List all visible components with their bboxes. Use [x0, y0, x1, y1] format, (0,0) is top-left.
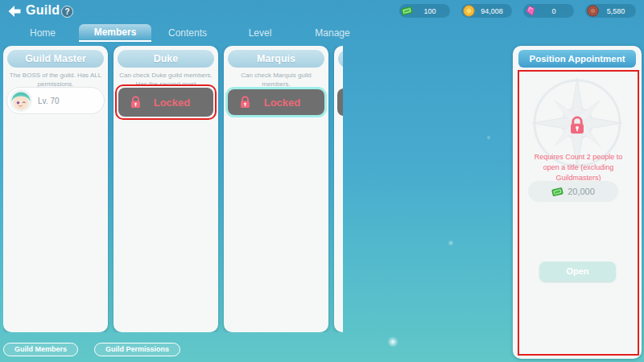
tab-contents[interactable]: Contents [151, 24, 224, 42]
currency-gold[interactable]: 94,008 [461, 4, 512, 18]
red-coin-icon [587, 5, 599, 17]
cost-pill: 20,000 [528, 181, 618, 202]
position-appointment-panel: Position Appointment [513, 46, 642, 359]
duke-locked-annotation: Locked [115, 84, 217, 120]
sparkle-decoration [486, 135, 491, 140]
back-arrow-icon[interactable] [7, 5, 22, 18]
card-next-partial [334, 46, 343, 332]
currency-cash[interactable]: 100 [399, 4, 450, 18]
card-duke: Duke Can check Duke guild members. Has t… [114, 46, 218, 332]
page-title: Guild [26, 3, 60, 18]
top-bar: Guild ? 100 94,008 0 5,580 [0, 0, 644, 23]
panel-annotation-box: Requires Count 2 people to open a title … [518, 70, 639, 356]
card-next-partial-locked-button[interactable] [337, 88, 343, 116]
currency-gem-value: 0 [539, 7, 569, 15]
currency-cash-value: 100 [415, 7, 445, 15]
marquis-locked-button[interactable]: Locked [228, 89, 324, 115]
guild-permissions-button[interactable]: Guild Permissions [94, 343, 180, 356]
currency-medal[interactable]: 5,580 [585, 4, 636, 18]
duke-locked-label: Locked [142, 97, 202, 109]
currency-medal-value: 5,580 [601, 7, 631, 15]
lock-icon [239, 96, 251, 109]
position-cards: Guild Master The BOSS of the guild. Has … [3, 46, 343, 332]
sparkle-decoration [448, 240, 454, 246]
guild-members-button[interactable]: Guild Members [3, 343, 78, 356]
footer-buttons: Guild Members Guild Permissions [3, 343, 180, 356]
guild-master-member-row[interactable]: Lv. 70 [6, 87, 105, 114]
money-bill-icon [551, 186, 564, 198]
card-marquis: Marquis Can check Marquis guild members.… [224, 46, 328, 332]
duke-locked-button[interactable]: Locked [118, 88, 213, 117]
card-next-partial-header [338, 50, 343, 68]
tab-home[interactable]: Home [6, 24, 79, 42]
currency-gem[interactable]: 0 [523, 4, 574, 18]
help-icon[interactable]: ? [61, 6, 73, 18]
card-duke-title: Duke [118, 50, 214, 68]
marquis-locked-label: Locked [251, 97, 313, 109]
tab-members[interactable]: Members [79, 24, 151, 42]
lock-icon [568, 116, 586, 134]
member-level: Lv. 70 [38, 97, 60, 105]
tab-manage[interactable]: Manage [296, 24, 369, 42]
tab-level[interactable]: Level [224, 24, 296, 42]
pink-gem-icon [525, 5, 537, 17]
tab-bar: Home Members Contents Level Manage [6, 24, 369, 42]
lock-icon [130, 96, 142, 109]
open-button[interactable]: Open [539, 261, 616, 282]
card-marquis-description: Can check Marquis guild members. [229, 72, 323, 89]
card-marquis-title: Marquis [228, 50, 324, 68]
panel-title: Position Appointment [518, 50, 636, 68]
requirement-text: Requires Count 2 people to open a title … [527, 152, 630, 183]
cost-value: 20,000 [568, 187, 595, 196]
card-guild-master-title: Guild Master [7, 50, 104, 68]
currency-gold-value: 94,008 [477, 7, 507, 15]
money-bill-icon [401, 5, 413, 17]
gold-coin-icon [463, 5, 475, 17]
guild-screen: { "header": { "title": "Guild", "help_la… [0, 0, 644, 362]
currency-bar: 100 94,008 0 5,580 [399, 4, 636, 18]
marquis-locked-glow: Locked [228, 89, 324, 115]
sparkle-decoration [387, 336, 398, 348]
card-guild-master: Guild Master The BOSS of the guild. Has … [3, 46, 108, 332]
member-avatar [10, 89, 32, 112]
